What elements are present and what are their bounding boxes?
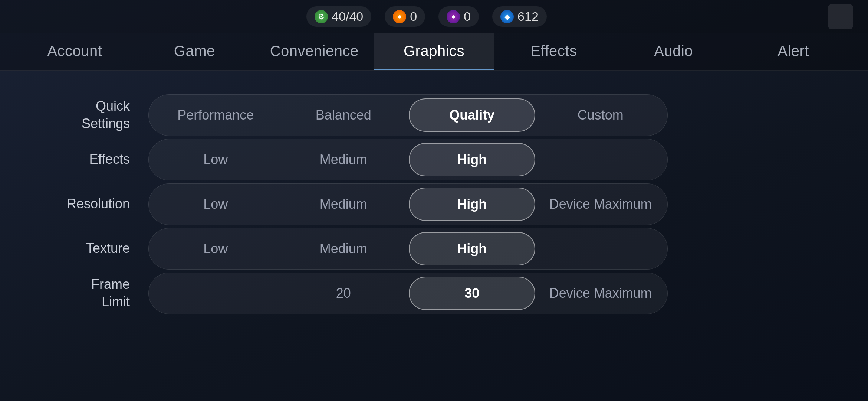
- tab-game[interactable]: Game: [135, 33, 254, 70]
- tab-account[interactable]: Account: [15, 33, 135, 70]
- settings-row-frame-limit: FrameLimit2030Device Maximum: [30, 271, 838, 316]
- option-resolution-medium[interactable]: Medium: [281, 188, 406, 221]
- option-texture-empty: [538, 232, 663, 265]
- currency-icon-stamina: ⚙: [315, 10, 328, 23]
- settings-row-quick-settings: QuickSettingsPerformanceBalancedQualityC…: [30, 93, 838, 137]
- content-area: QuickSettingsPerformanceBalancedQualityC…: [0, 71, 868, 338]
- currency-value-crystal: 612: [517, 9, 539, 24]
- tab-graphics[interactable]: Graphics: [374, 33, 494, 70]
- row-label-frame-limit: FrameLimit: [30, 276, 148, 311]
- currency-value-gold: 0: [410, 9, 417, 24]
- option-quick-settings-balanced[interactable]: Balanced: [281, 98, 406, 132]
- currency-icon-gold: ●: [393, 10, 406, 23]
- currency-stamina: ⚙ 40/40: [306, 6, 371, 27]
- options-resolution: LowMediumHighDevice Maximum: [148, 183, 668, 225]
- currency-value-stamina: 40/40: [332, 9, 363, 24]
- top-bar: ⚙ 40/40 ● 0 ● 0 ◆ 612: [0, 0, 868, 33]
- option-frame-limit-30[interactable]: 30: [409, 277, 535, 310]
- option-effects-low[interactable]: Low: [153, 143, 278, 176]
- currency-value-gem: 0: [464, 9, 471, 24]
- row-label-effects: Effects: [30, 151, 148, 168]
- currency-gold: ● 0: [385, 6, 425, 27]
- currency-icon-crystal: ◆: [500, 10, 514, 23]
- logout-button[interactable]: [828, 4, 853, 29]
- tabs-bar: AccountGameConvenienceGraphicsEffectsAud…: [0, 33, 868, 71]
- options-texture: LowMediumHigh: [148, 228, 668, 270]
- options-effects: LowMediumHigh: [148, 139, 668, 180]
- option-frame-limit-device-max[interactable]: Device Maximum: [538, 277, 663, 310]
- settings-row-resolution: ResolutionLowMediumHighDevice Maximum: [30, 182, 838, 226]
- options-frame-limit: 2030Device Maximum: [148, 273, 668, 314]
- option-texture-high[interactable]: High: [409, 232, 535, 265]
- tab-audio[interactable]: Audio: [614, 33, 733, 70]
- option-effects-high[interactable]: High: [409, 143, 535, 176]
- option-texture-low[interactable]: Low: [153, 232, 278, 265]
- option-resolution-low[interactable]: Low: [153, 188, 278, 221]
- row-label-resolution: Resolution: [30, 195, 148, 213]
- option-frame-limit-20[interactable]: 20: [281, 277, 406, 310]
- option-quick-settings-custom[interactable]: Custom: [538, 98, 663, 132]
- row-label-quick-settings: QuickSettings: [30, 98, 148, 133]
- currency-area: ⚙ 40/40 ● 0 ● 0 ◆ 612: [306, 6, 547, 27]
- currency-icon-gem: ●: [447, 10, 460, 23]
- tab-effects[interactable]: Effects: [494, 33, 614, 70]
- option-frame-limit-empty: [153, 277, 278, 310]
- options-quick-settings: PerformanceBalancedQualityCustom: [148, 94, 668, 136]
- row-label-texture: Texture: [30, 240, 148, 257]
- tab-alert[interactable]: Alert: [733, 33, 853, 70]
- option-texture-medium[interactable]: Medium: [281, 232, 406, 265]
- settings-row-effects: EffectsLowMediumHigh: [30, 137, 838, 182]
- option-effects-medium[interactable]: Medium: [281, 143, 406, 176]
- currency-crystal: ◆ 612: [492, 6, 547, 27]
- option-quick-settings-quality[interactable]: Quality: [409, 98, 535, 132]
- option-resolution-high[interactable]: High: [409, 188, 535, 221]
- tab-convenience[interactable]: Convenience: [254, 33, 374, 70]
- currency-gem: ● 0: [438, 6, 479, 27]
- option-resolution-device-max[interactable]: Device Maximum: [538, 188, 663, 221]
- option-effects-empty: [538, 143, 663, 176]
- option-quick-settings-performance[interactable]: Performance: [153, 98, 278, 132]
- settings-row-texture: TextureLowMediumHigh: [30, 226, 838, 271]
